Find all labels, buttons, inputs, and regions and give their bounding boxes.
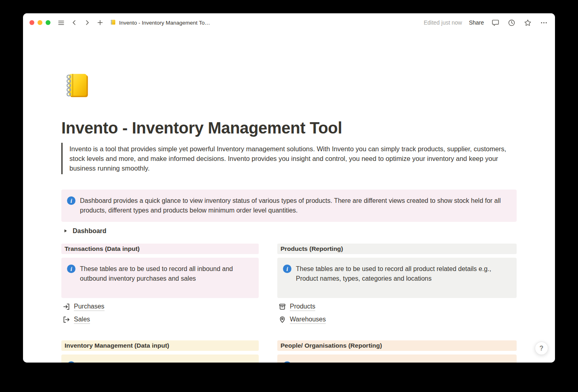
back-button[interactable] xyxy=(70,19,78,27)
transactions-links: Purchases Sales xyxy=(61,300,259,325)
transactions-callout: These tables are to be used to record al… xyxy=(61,258,259,298)
section-header-products: Products (Reporting) xyxy=(277,244,517,254)
chevron-right-icon xyxy=(84,19,90,26)
app-window: Invento - Inventory Management To… Edite… xyxy=(23,13,555,363)
login-icon xyxy=(62,302,70,311)
plus-icon xyxy=(97,19,103,26)
products-callout: These tables are to be used to record al… xyxy=(277,258,517,298)
section-label: Transactions (Data input) xyxy=(65,245,140,252)
section-header-inventory-management: Inventory Management (Data input) xyxy=(61,340,259,351)
toggle-triangle-icon xyxy=(63,227,68,235)
dashboard-callout-text: Dashboard provides a quick glance to vie… xyxy=(80,196,510,215)
nav-buttons xyxy=(70,19,104,27)
products-links: Products Warehouses xyxy=(277,300,517,325)
share-button[interactable]: Share xyxy=(469,19,484,26)
page-icon-notebook-emoji[interactable] xyxy=(61,70,93,101)
section-inventory-management: Inventory Management (Data input) These … xyxy=(61,340,259,363)
section-transactions: Transactions (Data input) These tables a… xyxy=(61,244,259,326)
sidebar-toggle-button[interactable] xyxy=(57,19,65,27)
new-tab-button[interactable] xyxy=(96,19,104,27)
products-link[interactable]: Products xyxy=(277,300,517,313)
section-people-organisations: People/ Organisations (Reporting) These … xyxy=(277,340,517,363)
page-tab[interactable]: Invento - Inventory Management To… xyxy=(110,19,210,27)
section-header-transactions: Transactions (Data input) xyxy=(61,244,259,254)
inventory-management-callout-text: These tables are to be used to record al… xyxy=(80,361,252,363)
clock-icon xyxy=(508,19,515,27)
purchases-link[interactable]: Purchases xyxy=(61,300,259,313)
chevron-left-icon xyxy=(71,19,77,26)
tab-title: Invento - Inventory Management To… xyxy=(119,20,210,26)
section-header-people-organisations: People/ Organisations (Reporting) xyxy=(277,340,517,351)
comment-bubble-icon xyxy=(492,19,499,27)
people-organisations-callout-text: These tables are to be used to record de… xyxy=(296,361,503,363)
help-button[interactable]: ? xyxy=(535,342,548,355)
close-window-button[interactable] xyxy=(29,20,34,25)
favorite-button[interactable] xyxy=(523,18,532,27)
comments-button[interactable] xyxy=(491,18,500,27)
sales-link[interactable]: Sales xyxy=(61,313,259,325)
section-label: People/ Organisations (Reporting) xyxy=(281,342,382,349)
hamburger-menu-icon xyxy=(58,19,65,26)
dashboard-callout: Dashboard provides a quick glance to vie… xyxy=(61,190,517,222)
info-icon xyxy=(283,361,291,363)
transactions-callout-text: These tables are to be used to record al… xyxy=(80,264,252,284)
location-pin-icon xyxy=(278,315,286,323)
dashboard-toggle[interactable]: Dashboard xyxy=(61,225,107,237)
ellipsis-icon xyxy=(540,19,548,27)
warehouses-link[interactable]: Warehouses xyxy=(277,313,517,325)
info-icon xyxy=(67,265,75,273)
info-icon xyxy=(283,265,291,273)
more-options-button[interactable] xyxy=(539,18,549,27)
page-scroll-area: Invento - Inventory Management Tool Inve… xyxy=(23,32,555,363)
titlebar-actions: Edited just now Share xyxy=(424,18,549,27)
star-icon xyxy=(524,19,532,27)
logout-icon xyxy=(62,315,70,323)
inventory-management-callout: These tables are to be used to record al… xyxy=(61,354,259,363)
traffic-lights xyxy=(29,20,50,25)
notebook-emoji-icon xyxy=(110,19,116,27)
forward-button[interactable] xyxy=(83,19,91,27)
columns-row-1: Transactions (Data input) These tables a… xyxy=(61,244,517,326)
people-organisations-callout: These tables are to be used to record de… xyxy=(277,354,517,363)
purchases-link-label[interactable]: Purchases xyxy=(74,302,105,311)
page: Invento - Inventory Management Tool Inve… xyxy=(61,32,517,363)
archive-box-icon xyxy=(278,302,286,311)
intro-quote: Invento is a tool that provides simple y… xyxy=(61,143,509,174)
section-label: Products (Reporting) xyxy=(281,245,343,252)
section-label: Inventory Management (Data input) xyxy=(65,342,169,349)
products-link-label[interactable]: Products xyxy=(290,302,315,311)
page-title[interactable]: Invento - Inventory Management Tool xyxy=(61,118,517,138)
columns-row-2: Inventory Management (Data input) These … xyxy=(61,340,517,363)
sales-link-label[interactable]: Sales xyxy=(74,315,90,324)
warehouses-link-label[interactable]: Warehouses xyxy=(290,315,326,324)
info-icon xyxy=(67,361,75,363)
zoom-window-button[interactable] xyxy=(46,20,50,25)
info-icon xyxy=(67,196,75,205)
products-callout-text: These tables are to be used to record al… xyxy=(296,264,510,284)
titlebar: Invento - Inventory Management To… Edite… xyxy=(23,13,555,32)
edited-status: Edited just now xyxy=(424,19,462,26)
history-button[interactable] xyxy=(507,18,516,27)
section-products: Products (Reporting) These tables are to… xyxy=(277,244,517,326)
minimize-window-button[interactable] xyxy=(38,20,42,25)
dashboard-toggle-label: Dashboard xyxy=(73,227,107,235)
